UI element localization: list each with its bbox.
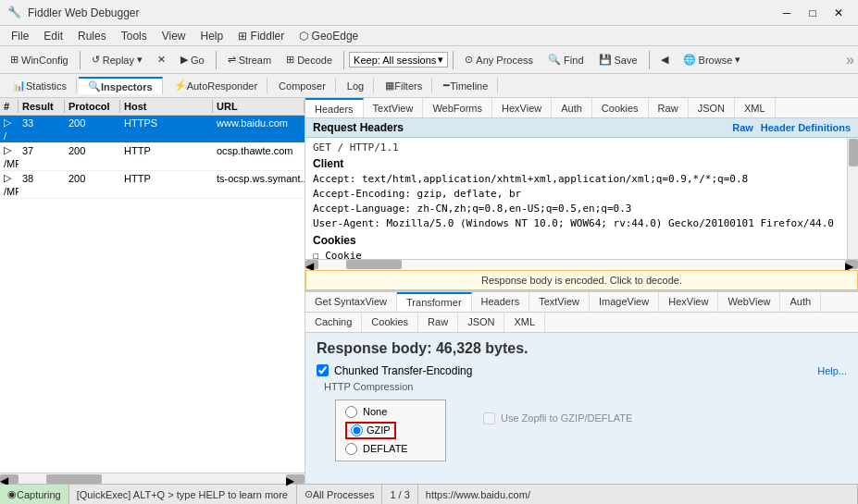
req-tab-cookies[interactable]: Cookies (592, 98, 649, 117)
req-tab-raw[interactable]: Raw (649, 98, 689, 117)
capturing-icon: ◉ (7, 488, 17, 500)
cross-button[interactable]: ✕ (151, 51, 172, 68)
session-horizontal-scrollbar[interactable]: ◀ ▶ (0, 473, 305, 484)
compression-group-label: HTTP Compression (324, 381, 847, 392)
session-panel: # Result Protocol Host URL ▷ 33 200 HTTP… (0, 98, 305, 484)
session-row[interactable]: ▷ 33 200 HTTPS www.baidu.com / (0, 116, 305, 143)
response-section: Get SyntaxView Transformer Headers TextV… (305, 290, 858, 485)
compression-options: None GZIP DEFLATE (335, 400, 446, 461)
browse-dropdown-icon[interactable]: ▾ (735, 54, 740, 66)
header-definitions-link[interactable]: Header Definitions (761, 122, 851, 133)
req-tab-auth[interactable]: Auth (552, 98, 592, 117)
resp-tab-hexview[interactable]: HexView (659, 292, 718, 312)
raw-link[interactable]: Raw (732, 122, 753, 133)
scroll-left-arrow[interactable]: ◀ (305, 260, 318, 269)
cookie-expand[interactable]: ☐ Cookie (313, 249, 851, 259)
back-button[interactable]: ◀ (654, 51, 675, 68)
resp-tab-headers[interactable]: Headers (472, 292, 530, 312)
menu-help[interactable]: Help (193, 28, 231, 44)
resp-tab-auth[interactable]: Auth (780, 292, 821, 312)
session-row[interactable]: ▷ 37 200 HTTP ocsp.thawte.com /MFEwTzBN.… (0, 143, 305, 171)
resp-tab-textview[interactable]: TextView (529, 292, 590, 312)
toolbar-overflow[interactable]: » (846, 52, 854, 68)
menu-file[interactable]: File (4, 28, 36, 44)
resp-tab-imageview[interactable]: ImageView (590, 292, 659, 312)
none-radio[interactable] (345, 406, 357, 418)
resp-tab-cookies[interactable]: Cookies (362, 313, 418, 332)
main-layout: # Result Protocol Host URL ▷ 33 200 HTTP… (0, 98, 858, 484)
encode-banner[interactable]: Response body is encoded. Click to decod… (305, 270, 858, 290)
any-process-button[interactable]: ⊙ Any Process (458, 51, 540, 68)
request-horiz-scrollbar[interactable]: ◀ ▶ (305, 259, 858, 270)
session-url: / (0, 129, 19, 142)
menu-rules[interactable]: Rules (70, 28, 114, 44)
resp-tab-syntaxview[interactable]: Get SyntaxView (305, 292, 397, 312)
minimize-button[interactable]: ─ (775, 4, 799, 22)
go-button[interactable]: ▶ Go (174, 51, 211, 68)
status-quickexec[interactable]: [QuickExec] ALT+Q > type HELP to learn m… (69, 485, 297, 504)
session-row[interactable]: ▷ 38 200 HTTP ts-ocsp.ws.symant... /MFEw… (0, 171, 305, 199)
req-tab-json[interactable]: JSON (689, 98, 735, 117)
find-icon: 🔍 (548, 54, 561, 66)
replay-dropdown-icon[interactable]: ▾ (137, 54, 143, 66)
gzip-selected-box: GZIP (345, 422, 396, 439)
chunked-label: Chunked Transfer-Encoding (334, 364, 472, 377)
decode-button[interactable]: ⊞ Decode (280, 51, 339, 68)
find-button[interactable]: 🔍 Find (541, 51, 590, 68)
col-header-url[interactable]: URL (213, 100, 305, 113)
winconfig-button[interactable]: ⊞ WinConfig (4, 51, 75, 68)
req-tab-headers[interactable]: Headers (305, 98, 364, 117)
req-tab-hexview[interactable]: HexView (492, 98, 552, 117)
gzip-label: GZIP (367, 424, 391, 436)
req-tab-textview[interactable]: TextView (364, 98, 424, 117)
tab-timeline[interactable]: ━ Timeline (434, 78, 498, 93)
req-tab-xml[interactable]: XML (735, 98, 776, 117)
resp-tab-caching[interactable]: Caching (305, 313, 362, 332)
chunked-checkbox[interactable] (317, 364, 329, 376)
client-section-label: Client (313, 157, 851, 170)
menu-geoedge[interactable]: ⬡ GeoEdge (292, 28, 366, 44)
session-host: www.baidu.com (213, 116, 305, 129)
req-scroll-thumb[interactable] (346, 260, 402, 269)
tab-statistics[interactable]: 📊 Statistics (4, 78, 77, 93)
col-header-host[interactable]: Host (120, 100, 213, 113)
col-header-result[interactable]: Result (19, 100, 65, 113)
tab-composer[interactable]: Composer (269, 79, 336, 93)
session-protocol: HTTP (120, 143, 213, 157)
zopfli-checkbox[interactable] (483, 412, 495, 424)
stream-button[interactable]: ⇌ Stream (221, 51, 278, 68)
resp-tab-json[interactable]: JSON (458, 313, 504, 332)
deflate-radio[interactable] (345, 443, 357, 455)
browse-button[interactable]: 🌐 Browse ▾ (677, 51, 748, 68)
close-button[interactable]: ✕ (827, 4, 851, 22)
help-link[interactable]: Help... (817, 365, 847, 376)
tab-autoresponder[interactable]: ⚡ AutoResponder (165, 78, 267, 93)
col-header-protocol[interactable]: Protocol (65, 100, 120, 113)
col-header-id[interactable]: # (0, 100, 19, 113)
req-tab-webforms[interactable]: WebForms (423, 98, 492, 117)
browse-icon: 🌐 (683, 54, 696, 66)
menu-tools[interactable]: Tools (114, 28, 155, 44)
scroll-right-arrow[interactable]: ▶ (845, 260, 858, 269)
keep-dropdown[interactable]: Keep: All sessions ▾ (349, 52, 448, 68)
tab-filters[interactable]: ▦ Filters (376, 78, 432, 93)
resp-tab-webview[interactable]: WebView (718, 292, 780, 312)
scroll-right-btn[interactable]: ▶ (286, 474, 305, 484)
scroll-left-btn[interactable]: ◀ (0, 474, 19, 484)
request-scrollbar[interactable] (847, 138, 858, 259)
menu-edit[interactable]: Edit (36, 28, 70, 44)
replay-button[interactable]: ↺ Replay ▾ (85, 51, 149, 68)
save-button[interactable]: 💾 Save (592, 51, 644, 68)
status-capturing: ◉ Capturing (0, 485, 69, 504)
tab-inspectors[interactable]: 🔍 Inspectors (79, 77, 163, 94)
gzip-radio[interactable] (351, 424, 363, 436)
maximize-button[interactable]: □ (801, 4, 825, 22)
menu-fiddler[interactable]: ⊞ Fiddler (230, 28, 292, 44)
tab-log[interactable]: Log (338, 79, 374, 93)
resp-tab-raw[interactable]: Raw (418, 313, 458, 332)
scroll-thumb[interactable] (46, 474, 102, 484)
resp-tab-transformer[interactable]: Transformer (397, 292, 472, 312)
menu-view[interactable]: View (155, 28, 193, 44)
resp-tab-xml[interactable]: XML (504, 313, 545, 332)
gzip-radio-row: GZIP (345, 422, 436, 439)
